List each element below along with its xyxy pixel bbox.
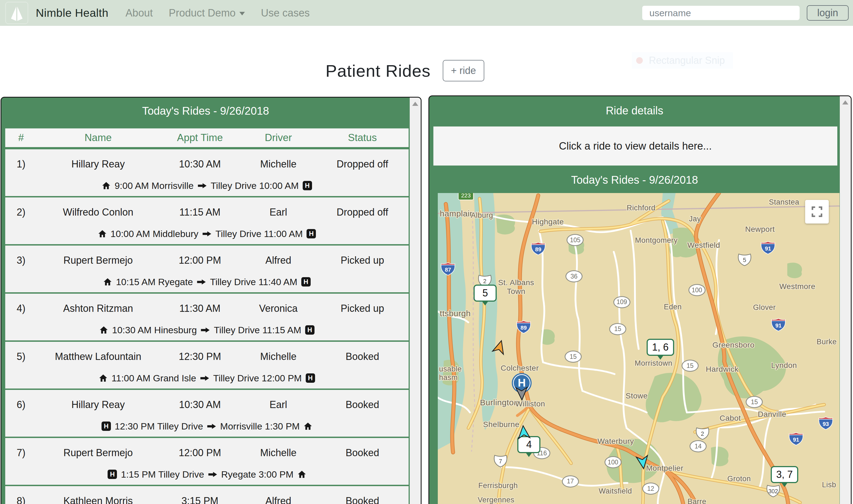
ride-row-main: 1)Hillary Reay10:30 AMMichelleDropped of… <box>5 149 408 176</box>
ride-number: 3) <box>5 255 37 266</box>
svg-text:91: 91 <box>765 246 771 252</box>
map-town-label: Stanstea <box>769 198 799 207</box>
ride-row-main: 3)Rupert Bermejo12:00 PMAlfredPicked up <box>5 246 408 272</box>
map-town-label: Greensboro <box>712 341 754 349</box>
right-arrow-icon <box>207 424 216 429</box>
map-ride-marker[interactable]: 3, 7 <box>771 466 798 483</box>
map-town-label: Morristown <box>635 359 673 368</box>
patient-name: Hillary Reay <box>37 399 159 411</box>
appt-time: 12:30 PM <box>159 351 241 362</box>
route-to: Tilley Drive 12:00 PM <box>213 373 302 383</box>
table-row[interactable]: 1)Hillary Reay10:30 AMMichelleDropped of… <box>5 149 408 196</box>
interstate-shield: 91 <box>771 318 786 333</box>
details-scrollbar[interactable] <box>840 96 851 504</box>
nav-item-about[interactable]: About <box>125 7 153 19</box>
rides-map[interactable]: hamplainAlburgHighgateRichfordStansteaJa… <box>438 193 839 504</box>
snip-dot-icon <box>636 57 643 64</box>
ride-status: Picked up <box>316 255 408 266</box>
patient-name: Hillary Reay <box>37 158 159 170</box>
map-town-label: St. Albans Town <box>498 278 534 296</box>
right-arrow-icon <box>197 183 207 188</box>
login-button[interactable]: login <box>807 5 849 21</box>
ride-status: Booked <box>316 495 408 504</box>
map-town-label: Waterbury <box>597 437 634 446</box>
brand-logo-icon[interactable] <box>5 2 28 24</box>
table-row[interactable]: 7)Rupert Bermejo12:00 PMMichelleBookedH1… <box>5 438 408 485</box>
scroll-up-arrow-icon[interactable] <box>412 102 418 106</box>
table-row[interactable]: 3)Rupert Bermejo12:00 PMAlfredPicked up1… <box>5 246 408 292</box>
map-town-label: Lisb <box>822 481 836 489</box>
logo-sail-right <box>17 6 22 21</box>
state-route-badge: 12 <box>642 483 659 494</box>
top-navbar: Nimble Health AboutProduct DemoUse cases… <box>0 0 853 26</box>
interstate-shield: 89 <box>516 320 531 335</box>
appt-time: 11:15 AM <box>159 206 241 218</box>
cyan-driver-arrow[interactable] <box>516 424 531 440</box>
ride-number: 1) <box>5 158 37 170</box>
ride-number: 7) <box>5 447 37 458</box>
map-title: Today's Rides - 9/26/2018 <box>429 174 840 186</box>
state-route-badge: 100 <box>689 284 706 296</box>
map-town-label: Shelburne <box>483 420 520 429</box>
map-town-label: Montpelier <box>646 464 683 473</box>
svg-text:91: 91 <box>793 437 799 443</box>
patient-name: Rupert Bermejo <box>37 255 159 266</box>
interstate-shield: 91 <box>788 432 804 447</box>
route-from: 10:15 AM Ryegate <box>116 276 193 287</box>
gray-driver-arrow[interactable] <box>514 386 529 401</box>
map-town-label: Vergennes <box>478 496 515 504</box>
rides-scrollbar[interactable] <box>410 97 421 504</box>
home-icon <box>99 326 108 334</box>
route-to: Tilley Drive 10:00 AM <box>211 180 299 191</box>
patient-name: Matthew Lafountain <box>37 351 159 362</box>
ride-route: H1:15 PM Tilley DriveRyegate 3:00 PM <box>5 465 408 485</box>
table-row[interactable]: 4)Ashton Ritzman11:30 AMVeronicaPicked u… <box>5 294 408 340</box>
patient-name: Kathleen Morris <box>37 495 159 504</box>
table-row[interactable]: 6)Hillary Reay10:30 AMEarlBookedH12:30 P… <box>5 390 408 437</box>
fullscreen-button[interactable] <box>805 200 829 223</box>
column-header-appt-time: Appt Time <box>159 132 241 144</box>
orange-driver-arrow[interactable] <box>491 338 508 355</box>
page-title-row: Patient Rides + ride <box>326 60 484 82</box>
table-row[interactable]: 8)Kathleen Morris3:15 PMAlfredBooked1:45… <box>5 486 408 504</box>
cyan-driver-arrow[interactable] <box>634 454 651 471</box>
appt-time: 3:15 PM <box>159 495 241 504</box>
patient-name: Ashton Ritzman <box>37 303 159 314</box>
map-ride-marker[interactable]: 1, 6 <box>647 339 674 356</box>
ride-route: H12:30 PM Tilley DriveMorrisville 1:30 P… <box>5 417 408 437</box>
svg-text:7: 7 <box>499 458 502 464</box>
map-town-label: Alburg <box>471 212 493 220</box>
scroll-up-arrow-icon[interactable] <box>842 101 848 105</box>
ride-row-main: 2)Wilfredo Conlon11:15 AMEarlDropped off <box>5 197 408 224</box>
ride-details-panel: Ride details Click a ride to view detail… <box>429 95 852 504</box>
map-town-label: Waitsfield <box>599 487 632 496</box>
map-town-label: Richford <box>627 204 656 212</box>
appt-time: 11:30 AM <box>159 303 241 314</box>
add-ride-button[interactable]: + ride <box>443 60 484 82</box>
svg-text:2: 2 <box>483 278 487 284</box>
table-row[interactable]: 2)Wilfredo Conlon11:15 AMEarlDropped off… <box>5 197 408 244</box>
svg-text:91: 91 <box>776 323 782 328</box>
home-icon <box>98 229 107 238</box>
state-route-badge: 15 <box>564 350 582 363</box>
hospital-icon: H <box>303 181 312 190</box>
map-ride-marker[interactable]: 5 <box>473 285 497 302</box>
nav-item-use-cases[interactable]: Use cases <box>261 7 310 19</box>
route-from: 10:00 AM Middlebury <box>110 229 198 239</box>
state-route-badge: 36 <box>565 270 582 282</box>
nav-item-product-demo[interactable]: Product Demo <box>169 7 245 19</box>
home-icon <box>99 374 108 382</box>
state-route-badge: 14 <box>690 440 707 452</box>
map-town-label: Jay <box>689 215 701 223</box>
table-row[interactable]: 5)Matthew Lafountain12:30 PMMichelleBook… <box>5 342 408 389</box>
ride-number: 2) <box>5 206 37 218</box>
route-to: Ryegate 3:00 PM <box>221 469 294 480</box>
route-from: 10:30 AM Hinesburg <box>112 325 197 336</box>
route-to: Tilley Drive 11:00 AM <box>215 229 303 239</box>
ride-details-placeholder: Click a ride to view details here... <box>433 126 837 165</box>
svg-text:302: 302 <box>768 488 778 494</box>
map-town-label: hamplain <box>440 209 474 219</box>
route-to: Tilley Drive 11:15 AM <box>214 325 301 336</box>
username-input[interactable] <box>642 6 800 20</box>
rides-table: #NameAppt TimeDriverStatus 1)Hillary Rea… <box>5 128 408 504</box>
